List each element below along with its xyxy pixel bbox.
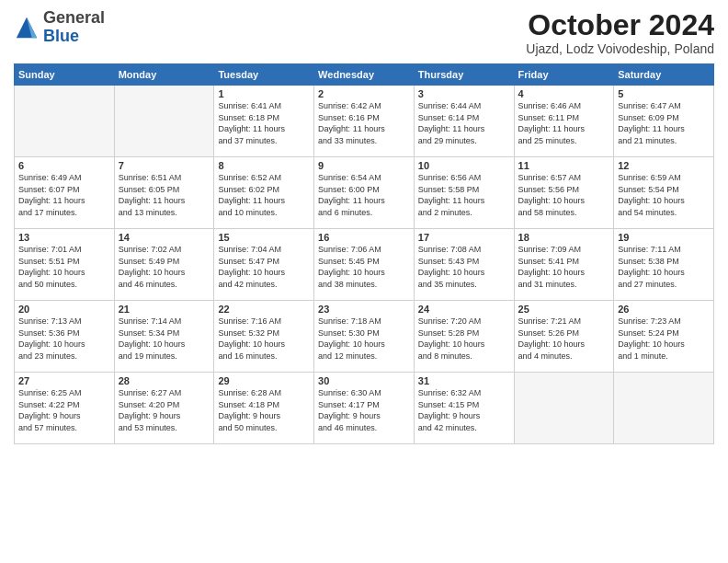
calendar-cell: 26Sunrise: 7:23 AM Sunset: 5:24 PM Dayli… (614, 301, 714, 373)
weekday-header-friday: Friday (514, 64, 614, 86)
weekday-header-tuesday: Tuesday (214, 64, 314, 86)
calendar-cell: 28Sunrise: 6:27 AM Sunset: 4:20 PM Dayli… (114, 373, 214, 444)
calendar-cell: 1Sunrise: 6:41 AM Sunset: 6:18 PM Daylig… (214, 86, 314, 157)
day-info: Sunrise: 6:56 AM Sunset: 5:58 PM Dayligh… (418, 172, 510, 218)
day-info: Sunrise: 6:51 AM Sunset: 6:05 PM Dayligh… (119, 172, 210, 218)
day-info: Sunrise: 6:44 AM Sunset: 6:14 PM Dayligh… (418, 100, 510, 146)
calendar-cell: 12Sunrise: 6:59 AM Sunset: 5:54 PM Dayli… (614, 157, 714, 229)
day-info: Sunrise: 7:20 AM Sunset: 5:28 PM Dayligh… (418, 316, 510, 362)
day-number: 28 (119, 375, 210, 386)
day-number: 11 (518, 160, 610, 171)
calendar-cell: 18Sunrise: 7:09 AM Sunset: 5:41 PM Dayli… (514, 229, 614, 301)
day-number: 6 (18, 160, 110, 171)
day-number: 12 (618, 160, 710, 171)
day-info: Sunrise: 7:02 AM Sunset: 5:49 PM Dayligh… (119, 244, 210, 290)
day-info: Sunrise: 6:57 AM Sunset: 5:56 PM Dayligh… (518, 172, 610, 218)
calendar-cell: 8Sunrise: 6:52 AM Sunset: 6:02 PM Daylig… (214, 157, 314, 229)
day-number: 2 (318, 88, 410, 99)
location-subtitle: Ujazd, Lodz Voivodeship, Poland (526, 41, 714, 56)
calendar-cell (114, 86, 214, 157)
day-info: Sunrise: 6:49 AM Sunset: 6:07 PM Dayligh… (18, 172, 110, 218)
logo-text: General Blue (43, 9, 105, 46)
calendar-cell: 11Sunrise: 6:57 AM Sunset: 5:56 PM Dayli… (514, 157, 614, 229)
day-number: 8 (218, 160, 310, 171)
day-number: 14 (119, 232, 210, 243)
calendar-cell: 15Sunrise: 7:04 AM Sunset: 5:47 PM Dayli… (214, 229, 314, 301)
calendar-cell: 22Sunrise: 7:16 AM Sunset: 5:32 PM Dayli… (214, 301, 314, 373)
week-row-2: 6Sunrise: 6:49 AM Sunset: 6:07 PM Daylig… (15, 157, 714, 229)
calendar-cell: 30Sunrise: 6:30 AM Sunset: 4:17 PM Dayli… (314, 373, 415, 444)
title-block: October 2024 Ujazd, Lodz Voivodeship, Po… (526, 9, 714, 56)
day-number: 27 (18, 375, 110, 386)
day-number: 23 (318, 304, 410, 315)
day-number: 30 (318, 375, 410, 386)
day-info: Sunrise: 6:41 AM Sunset: 6:18 PM Dayligh… (218, 100, 310, 146)
weekday-header-monday: Monday (114, 64, 214, 86)
logo: General Blue (14, 9, 105, 46)
day-info: Sunrise: 7:18 AM Sunset: 5:30 PM Dayligh… (318, 316, 410, 362)
day-number: 1 (218, 88, 310, 99)
day-info: Sunrise: 6:54 AM Sunset: 6:00 PM Dayligh… (318, 172, 410, 218)
day-number: 16 (318, 232, 410, 243)
month-title: October 2024 (526, 9, 714, 41)
day-number: 15 (218, 232, 310, 243)
day-info: Sunrise: 6:42 AM Sunset: 6:16 PM Dayligh… (318, 100, 410, 146)
day-info: Sunrise: 7:23 AM Sunset: 5:24 PM Dayligh… (618, 316, 710, 362)
day-number: 19 (618, 232, 710, 243)
day-info: Sunrise: 7:06 AM Sunset: 5:45 PM Dayligh… (318, 244, 410, 290)
calendar-cell: 2Sunrise: 6:42 AM Sunset: 6:16 PM Daylig… (314, 86, 415, 157)
logo-general: General (43, 9, 105, 28)
calendar-cell (614, 373, 714, 444)
day-number: 31 (418, 375, 510, 386)
calendar-cell: 24Sunrise: 7:20 AM Sunset: 5:28 PM Dayli… (414, 301, 514, 373)
logo-blue: Blue (43, 28, 105, 46)
calendar-cell: 29Sunrise: 6:28 AM Sunset: 4:18 PM Dayli… (214, 373, 314, 444)
calendar-cell: 4Sunrise: 6:46 AM Sunset: 6:11 PM Daylig… (514, 86, 614, 157)
calendar-cell: 31Sunrise: 6:32 AM Sunset: 4:15 PM Dayli… (414, 373, 514, 444)
week-row-5: 27Sunrise: 6:25 AM Sunset: 4:22 PM Dayli… (15, 373, 714, 444)
day-info: Sunrise: 6:46 AM Sunset: 6:11 PM Dayligh… (518, 100, 610, 146)
header: General Blue October 2024 Ujazd, Lodz Vo… (14, 9, 714, 56)
day-number: 9 (318, 160, 410, 171)
week-row-1: 1Sunrise: 6:41 AM Sunset: 6:18 PM Daylig… (15, 86, 714, 157)
week-row-4: 20Sunrise: 7:13 AM Sunset: 5:36 PM Dayli… (15, 301, 714, 373)
calendar-cell: 21Sunrise: 7:14 AM Sunset: 5:34 PM Dayli… (114, 301, 214, 373)
day-number: 13 (18, 232, 110, 243)
weekday-header-thursday: Thursday (414, 64, 514, 86)
calendar-cell (514, 373, 614, 444)
day-number: 22 (218, 304, 310, 315)
day-info: Sunrise: 7:09 AM Sunset: 5:41 PM Dayligh… (518, 244, 610, 290)
day-number: 20 (18, 304, 110, 315)
day-number: 4 (518, 88, 610, 99)
calendar-table: SundayMondayTuesdayWednesdayThursdayFrid… (14, 63, 714, 444)
calendar-cell: 17Sunrise: 7:08 AM Sunset: 5:43 PM Dayli… (414, 229, 514, 301)
calendar-cell: 25Sunrise: 7:21 AM Sunset: 5:26 PM Dayli… (514, 301, 614, 373)
weekday-header-wednesday: Wednesday (314, 64, 415, 86)
day-info: Sunrise: 6:28 AM Sunset: 4:18 PM Dayligh… (218, 387, 310, 433)
day-number: 24 (418, 304, 510, 315)
day-info: Sunrise: 7:01 AM Sunset: 5:51 PM Dayligh… (18, 244, 110, 290)
calendar-cell: 19Sunrise: 7:11 AM Sunset: 5:38 PM Dayli… (614, 229, 714, 301)
day-number: 25 (518, 304, 610, 315)
day-info: Sunrise: 6:59 AM Sunset: 5:54 PM Dayligh… (618, 172, 710, 218)
day-info: Sunrise: 7:21 AM Sunset: 5:26 PM Dayligh… (518, 316, 610, 362)
day-info: Sunrise: 6:32 AM Sunset: 4:15 PM Dayligh… (418, 387, 510, 433)
day-number: 17 (418, 232, 510, 243)
calendar-cell: 10Sunrise: 6:56 AM Sunset: 5:58 PM Dayli… (414, 157, 514, 229)
day-number: 21 (119, 304, 210, 315)
week-row-3: 13Sunrise: 7:01 AM Sunset: 5:51 PM Dayli… (15, 229, 714, 301)
calendar-cell: 5Sunrise: 6:47 AM Sunset: 6:09 PM Daylig… (614, 86, 714, 157)
day-info: Sunrise: 7:11 AM Sunset: 5:38 PM Dayligh… (618, 244, 710, 290)
page: General Blue October 2024 Ujazd, Lodz Vo… (0, 0, 728, 563)
day-info: Sunrise: 6:27 AM Sunset: 4:20 PM Dayligh… (119, 387, 210, 433)
day-info: Sunrise: 7:08 AM Sunset: 5:43 PM Dayligh… (418, 244, 510, 290)
weekday-header-row: SundayMondayTuesdayWednesdayThursdayFrid… (15, 64, 714, 86)
calendar-cell: 3Sunrise: 6:44 AM Sunset: 6:14 PM Daylig… (414, 86, 514, 157)
calendar-cell: 6Sunrise: 6:49 AM Sunset: 6:07 PM Daylig… (15, 157, 115, 229)
day-info: Sunrise: 6:25 AM Sunset: 4:22 PM Dayligh… (18, 387, 110, 433)
day-info: Sunrise: 7:16 AM Sunset: 5:32 PM Dayligh… (218, 316, 310, 362)
day-number: 29 (218, 375, 310, 386)
day-info: Sunrise: 7:13 AM Sunset: 5:36 PM Dayligh… (18, 316, 110, 362)
calendar-cell: 9Sunrise: 6:54 AM Sunset: 6:00 PM Daylig… (314, 157, 415, 229)
day-number: 26 (618, 304, 710, 315)
